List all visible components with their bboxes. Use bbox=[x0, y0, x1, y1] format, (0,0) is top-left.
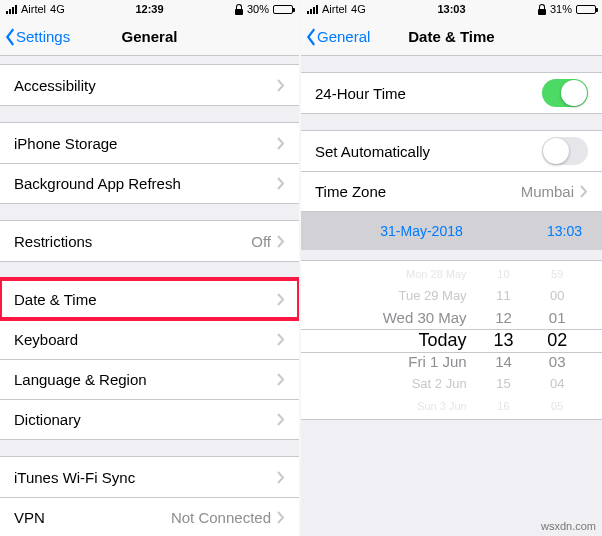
row-label: Background App Refresh bbox=[14, 175, 277, 192]
chevron-right-icon bbox=[277, 177, 285, 190]
nav-bar: Settings General bbox=[0, 18, 299, 56]
lock-icon bbox=[538, 4, 546, 15]
row-keyboard[interactable]: Keyboard bbox=[0, 319, 299, 359]
row-language-region[interactable]: Language & Region bbox=[0, 359, 299, 399]
row-label: VPN bbox=[14, 509, 171, 526]
watermark: wsxdn.com bbox=[541, 520, 596, 532]
network-label: 4G bbox=[50, 3, 65, 15]
row-label: Language & Region bbox=[14, 371, 277, 388]
picker-item: 14 bbox=[495, 351, 512, 373]
chevron-right-icon bbox=[277, 333, 285, 346]
picker-col-hour[interactable]: 10 11 12 13 14 15 16 bbox=[477, 261, 531, 419]
picker-item: 16 bbox=[497, 395, 509, 417]
chevron-left-icon bbox=[4, 28, 16, 46]
battery-percent: 31% bbox=[550, 3, 572, 15]
row-label: Set Automatically bbox=[315, 143, 542, 160]
screen-general: Airtel 4G 12:39 30% Settings General Acc… bbox=[0, 0, 301, 536]
back-button[interactable]: General bbox=[301, 28, 370, 46]
carrier-label: Airtel bbox=[21, 3, 46, 15]
back-label: Settings bbox=[16, 28, 70, 45]
group-sync: iTunes Wi-Fi Sync VPN Not Connected bbox=[0, 456, 299, 536]
row-24-hour: 24-Hour Time bbox=[301, 73, 602, 113]
status-bar: Airtel 4G 13:03 31% bbox=[301, 0, 602, 18]
picker-item: Mon 28 May bbox=[406, 263, 467, 285]
datetime-picker[interactable]: Mon 28 May Tue 29 May Wed 30 May Today F… bbox=[301, 260, 602, 420]
row-label: 24-Hour Time bbox=[315, 85, 542, 102]
chevron-right-icon bbox=[277, 235, 285, 248]
picker-item: 01 bbox=[549, 307, 566, 329]
row-label: Accessibility bbox=[14, 77, 277, 94]
group-input: Date & Time Keyboard Language & Region D… bbox=[0, 278, 299, 440]
battery-percent: 30% bbox=[247, 3, 269, 15]
battery-icon bbox=[576, 5, 596, 14]
row-label: Dictionary bbox=[14, 411, 277, 428]
picker-item: 05 bbox=[551, 395, 563, 417]
picker-item-selected: 13 bbox=[493, 329, 513, 351]
row-accessibility[interactable]: Accessibility bbox=[0, 65, 299, 105]
lock-icon bbox=[235, 4, 243, 15]
nav-bar: General Date & Time bbox=[301, 18, 602, 56]
row-dictionary[interactable]: Dictionary bbox=[0, 399, 299, 439]
group-24hour: 24-Hour Time bbox=[301, 72, 602, 114]
chevron-right-icon bbox=[277, 79, 285, 92]
row-label: Restrictions bbox=[14, 233, 251, 250]
picker-col-minute[interactable]: 59 00 01 02 03 04 05 bbox=[530, 261, 584, 419]
picker-item: 11 bbox=[496, 285, 510, 307]
row-date-time[interactable]: Date & Time bbox=[0, 279, 299, 319]
picker-item: Wed 30 May bbox=[383, 307, 467, 329]
picker-item: 15 bbox=[496, 373, 510, 395]
row-vpn[interactable]: VPN Not Connected bbox=[0, 497, 299, 536]
group-storage: iPhone Storage Background App Refresh bbox=[0, 122, 299, 204]
selected-datetime[interactable]: 31-May-2018 13:03 bbox=[301, 212, 602, 250]
picker-col-date[interactable]: Mon 28 May Tue 29 May Wed 30 May Today F… bbox=[319, 261, 477, 419]
status-bar: Airtel 4G 12:39 30% bbox=[0, 0, 299, 18]
back-button[interactable]: Settings bbox=[0, 28, 70, 46]
picker-item: 59 bbox=[551, 263, 563, 285]
network-label: 4G bbox=[351, 3, 366, 15]
row-set-automatically: Set Automatically bbox=[301, 131, 602, 171]
chevron-right-icon bbox=[277, 471, 285, 484]
battery-icon bbox=[273, 5, 293, 14]
toggle-set-auto[interactable] bbox=[542, 137, 588, 165]
chevron-right-icon bbox=[277, 373, 285, 386]
row-restrictions[interactable]: Restrictions Off bbox=[0, 221, 299, 261]
picker-item-selected: 02 bbox=[547, 329, 567, 351]
screen-date-time: Airtel 4G 13:03 31% General Date & Time … bbox=[301, 0, 602, 536]
chevron-right-icon bbox=[277, 293, 285, 306]
picker-item: Sat 2 Jun bbox=[412, 373, 467, 395]
picker-item: 04 bbox=[550, 373, 564, 395]
signal-icon bbox=[307, 5, 318, 14]
row-background-refresh[interactable]: Background App Refresh bbox=[0, 163, 299, 203]
carrier-label: Airtel bbox=[322, 3, 347, 15]
row-itunes-wifi[interactable]: iTunes Wi-Fi Sync bbox=[0, 457, 299, 497]
picker-item: Tue 29 May bbox=[398, 285, 466, 307]
row-label: iTunes Wi-Fi Sync bbox=[14, 469, 277, 486]
row-label: Time Zone bbox=[315, 183, 521, 200]
row-value: Off bbox=[251, 233, 271, 250]
group-restrictions: Restrictions Off bbox=[0, 220, 299, 262]
group-accessibility: Accessibility bbox=[0, 64, 299, 106]
chevron-left-icon bbox=[305, 28, 317, 46]
picker-item: Fri 1 Jun bbox=[408, 351, 466, 373]
picker-item: 12 bbox=[495, 307, 512, 329]
chevron-right-icon bbox=[277, 137, 285, 150]
picker-item: 10 bbox=[497, 263, 509, 285]
row-label: iPhone Storage bbox=[14, 135, 277, 152]
row-label: Date & Time bbox=[14, 291, 277, 308]
picker-item: Sun 3 Jun bbox=[417, 395, 467, 417]
toggle-24-hour[interactable] bbox=[542, 79, 588, 107]
status-time: 12:39 bbox=[102, 3, 198, 15]
row-iphone-storage[interactable]: iPhone Storage bbox=[0, 123, 299, 163]
chevron-right-icon bbox=[277, 413, 285, 426]
picker-item: 00 bbox=[550, 285, 564, 307]
signal-icon bbox=[6, 5, 17, 14]
row-label: Keyboard bbox=[14, 331, 277, 348]
picker-item: 03 bbox=[549, 351, 566, 373]
back-label: General bbox=[317, 28, 370, 45]
chevron-right-icon bbox=[580, 185, 588, 198]
selected-date: 31-May-2018 bbox=[321, 223, 522, 239]
group-timezone: Set Automatically Time Zone Mumbai bbox=[301, 130, 602, 212]
row-time-zone[interactable]: Time Zone Mumbai bbox=[301, 171, 602, 211]
row-value: Mumbai bbox=[521, 183, 574, 200]
picker-item-selected: Today bbox=[419, 329, 467, 351]
